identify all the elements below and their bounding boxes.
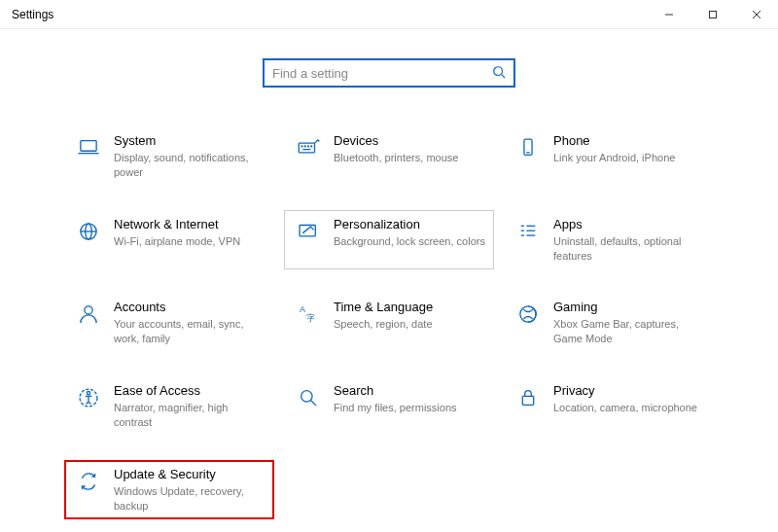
content-area: System Display, sound, notifications, po… bbox=[0, 29, 778, 529]
time-language-icon: A字 bbox=[291, 300, 326, 327]
tile-title: Apps bbox=[553, 217, 707, 231]
sync-icon bbox=[71, 467, 106, 494]
search-input[interactable] bbox=[272, 66, 492, 81]
tile-devices[interactable]: Devices Bluetooth, printers, mouse bbox=[284, 126, 494, 187]
tile-phone[interactable]: Phone Link your Android, iPhone bbox=[504, 126, 714, 187]
svg-point-11 bbox=[308, 146, 309, 147]
tile-desc: Xbox Game Bar, captures, Game Mode bbox=[553, 317, 707, 346]
lock-icon bbox=[511, 383, 546, 410]
tile-personalization[interactable]: Personalization Background, lock screen,… bbox=[284, 210, 494, 270]
svg-point-12 bbox=[311, 146, 312, 147]
tile-desc: Find my files, permissions bbox=[334, 401, 487, 415]
tile-ease-of-access[interactable]: Ease of Access Narrator, magnifier, high… bbox=[64, 376, 274, 437]
tile-title: Devices bbox=[334, 133, 487, 148]
tile-search[interactable]: Search Find my files, permissions bbox=[284, 376, 494, 437]
search-box[interactable] bbox=[263, 58, 515, 88]
svg-point-32 bbox=[301, 391, 312, 402]
tile-desc: Narrator, magnifier, high contrast bbox=[114, 401, 267, 430]
svg-point-31 bbox=[87, 392, 89, 395]
svg-line-33 bbox=[310, 401, 316, 407]
search-icon bbox=[291, 383, 326, 410]
tile-time-language[interactable]: A字 Time & Language Speech, region, date bbox=[284, 293, 494, 353]
tile-gaming[interactable]: Gaming Xbox Game Bar, captures, Game Mod… bbox=[504, 293, 714, 353]
apps-icon bbox=[511, 217, 546, 244]
svg-point-26 bbox=[85, 306, 92, 314]
svg-rect-19 bbox=[300, 225, 315, 235]
tile-desc: Speech, region, date bbox=[334, 317, 487, 332]
laptop-icon bbox=[71, 133, 106, 160]
keyboard-icon bbox=[291, 133, 326, 160]
tile-desc: Windows Update, recovery, backup bbox=[114, 484, 267, 514]
tile-title: Update & Security bbox=[114, 467, 267, 481]
svg-line-5 bbox=[502, 74, 506, 78]
svg-rect-8 bbox=[299, 143, 314, 153]
tile-title: Network & Internet bbox=[114, 217, 267, 231]
svg-point-4 bbox=[494, 66, 503, 75]
tile-privacy[interactable]: Privacy Location, camera, microphone bbox=[504, 376, 714, 437]
tile-title: Search bbox=[334, 383, 487, 398]
svg-text:字: 字 bbox=[306, 314, 315, 324]
tile-title: Accounts bbox=[114, 300, 267, 314]
phone-icon bbox=[511, 133, 546, 160]
tile-network[interactable]: Network & Internet Wi-Fi, airplane mode,… bbox=[64, 210, 274, 270]
person-icon bbox=[71, 300, 106, 327]
tile-title: Gaming bbox=[553, 300, 707, 314]
svg-text:A: A bbox=[300, 305, 305, 315]
tile-title: Ease of Access bbox=[114, 383, 267, 398]
tile-desc: Link your Android, iPhone bbox=[553, 151, 707, 165]
tile-desc: Background, lock screen, colors bbox=[334, 234, 487, 249]
titlebar: Settings bbox=[0, 0, 778, 29]
tile-title: Time & Language bbox=[334, 300, 487, 314]
maximize-button[interactable] bbox=[690, 0, 734, 29]
tile-title: Phone bbox=[553, 133, 707, 148]
paint-icon bbox=[291, 217, 326, 244]
ease-of-access-icon bbox=[71, 383, 106, 410]
tile-system[interactable]: System Display, sound, notifications, po… bbox=[64, 126, 274, 187]
settings-grid: System Display, sound, notifications, po… bbox=[0, 126, 778, 519]
svg-point-10 bbox=[304, 146, 305, 147]
globe-icon bbox=[71, 217, 106, 244]
close-button[interactable] bbox=[734, 0, 778, 29]
search-icon bbox=[492, 65, 506, 82]
tile-desc: Uninstall, defaults, optional features bbox=[553, 234, 707, 264]
tile-update-security[interactable]: Update & Security Windows Update, recove… bbox=[64, 460, 274, 520]
svg-rect-1 bbox=[709, 11, 716, 18]
window-title: Settings bbox=[12, 8, 53, 21]
tile-title: Privacy bbox=[553, 383, 707, 398]
svg-rect-34 bbox=[522, 396, 533, 405]
tile-desc: Your accounts, email, sync, work, family bbox=[114, 317, 267, 346]
svg-point-9 bbox=[301, 146, 302, 147]
minimize-button[interactable] bbox=[647, 0, 690, 29]
gaming-icon bbox=[511, 300, 546, 327]
tile-desc: Bluetooth, printers, mouse bbox=[334, 151, 487, 165]
tile-desc: Display, sound, notifications, power bbox=[114, 151, 267, 180]
tile-apps[interactable]: Apps Uninstall, defaults, optional featu… bbox=[504, 210, 714, 270]
tile-desc: Location, camera, microphone bbox=[553, 401, 707, 415]
tile-title: Personalization bbox=[334, 217, 487, 231]
svg-rect-6 bbox=[81, 141, 96, 152]
tile-desc: Wi-Fi, airplane mode, VPN bbox=[114, 234, 267, 249]
tile-accounts[interactable]: Accounts Your accounts, email, sync, wor… bbox=[64, 293, 274, 353]
tile-title: System bbox=[114, 133, 267, 148]
